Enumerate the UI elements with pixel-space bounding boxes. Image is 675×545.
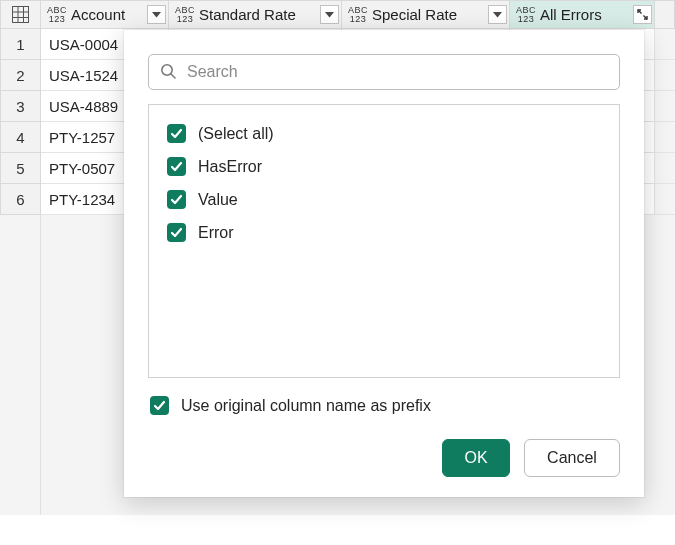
expand-icon[interactable] [633,5,652,24]
option-row[interactable]: Value [163,183,605,216]
chevron-down-icon[interactable] [147,5,166,24]
search-input-container[interactable] [148,54,620,90]
use-prefix-label: Use original column name as prefix [181,397,431,415]
row-number[interactable]: 5 [0,153,41,184]
column-header[interactable]: ABC123Account [41,0,169,29]
svg-marker-6 [325,12,334,18]
row-number[interactable]: 1 [0,29,41,60]
column-header-label: Account [71,6,145,23]
checkbox[interactable] [167,190,186,209]
checkbox[interactable] [167,223,186,242]
option-row[interactable]: (Select all) [163,117,605,150]
svg-line-11 [171,74,175,78]
option-row[interactable]: Error [163,216,605,249]
type-any-icon[interactable]: ABC123 [514,4,538,26]
cancel-button[interactable]: Cancel [524,439,620,477]
use-prefix-checkbox[interactable] [150,396,169,415]
svg-marker-5 [152,12,161,18]
row-number[interactable]: 3 [0,91,41,122]
checkbox[interactable] [167,157,186,176]
option-label: HasError [198,158,262,176]
option-label: (Select all) [198,125,274,143]
row-number[interactable]: 6 [0,184,41,215]
chevron-down-icon[interactable] [320,5,339,24]
chevron-down-icon[interactable] [488,5,507,24]
checkbox[interactable] [167,124,186,143]
option-row[interactable]: HasError [163,150,605,183]
type-any-icon[interactable]: ABC123 [173,4,197,26]
column-header-label: All Errors [540,6,631,23]
row-number[interactable]: 2 [0,60,41,91]
search-input[interactable] [185,62,609,82]
search-icon [159,62,177,83]
column-header[interactable]: ABC123Special Rate [342,0,510,29]
table-corner-icon[interactable] [0,0,41,29]
column-header-label: Special Rate [372,6,486,23]
column-header[interactable]: ABC123All Errors [510,0,655,29]
option-label: Error [198,224,234,242]
option-label: Value [198,191,238,209]
ok-button[interactable]: OK [442,439,510,477]
type-any-icon[interactable]: ABC123 [346,4,370,26]
row-number[interactable]: 4 [0,122,41,153]
column-options-list: (Select all)HasErrorValueError [148,104,620,378]
type-any-icon[interactable]: ABC123 [45,4,69,26]
svg-rect-0 [13,7,29,23]
column-header[interactable]: ABC123Standard Rate [169,0,342,29]
column-header-label: Standard Rate [199,6,318,23]
expand-column-popup: (Select all)HasErrorValueError Use origi… [124,30,644,497]
svg-marker-7 [493,12,502,18]
